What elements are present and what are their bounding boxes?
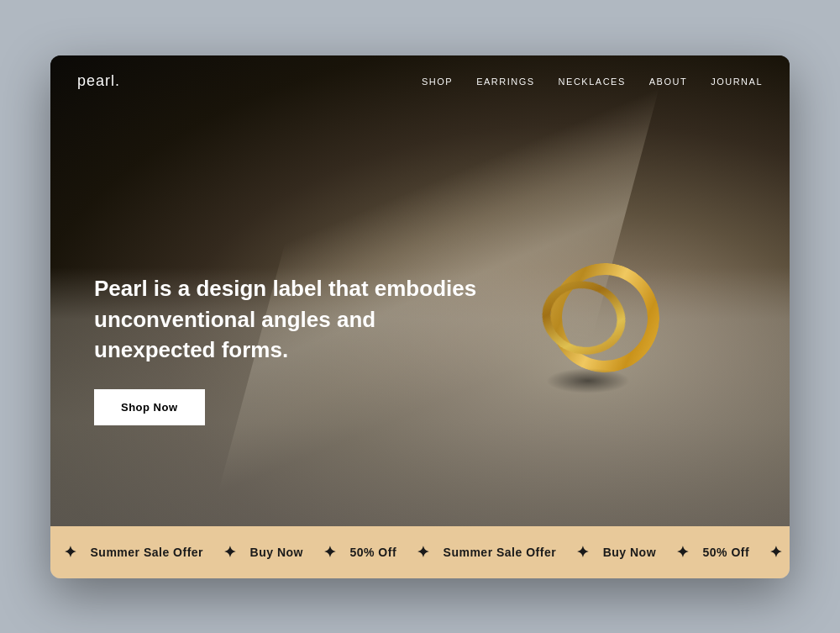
nav-item-necklaces[interactable]: NECKLACES [559,73,626,88]
ticker-item-7: ✦ Summer Sale Offer [756,543,790,562]
nav-item-shop[interactable]: SHOP [422,73,453,88]
hero-content: Pearl is a design label that embodies un… [94,273,497,425]
jewelry-rings [538,251,672,385]
nav-item-journal[interactable]: JOURNAL [711,73,763,88]
ring-shadow [546,368,630,393]
nav-link-about[interactable]: ABOUT [649,76,687,87]
ticker-item-5: ✦ Buy Now [563,543,656,562]
ticker-dot: ✦ [417,543,430,562]
hero-headline: Pearl is a design label that embodies un… [94,273,497,365]
nav-links: SHOP EARRINGS NECKLACES ABOUT JOURNAL [422,73,763,88]
ticker-banner: ✦ Summer Sale Offer ✦ Buy Now ✦ 50% Off … [50,526,790,578]
navigation: pearl. SHOP EARRINGS NECKLACES ABOUT JOU… [50,55,790,107]
nav-link-shop[interactable]: SHOP [422,76,453,87]
nav-link-journal[interactable]: JOURNAL [711,76,763,87]
ticker-dot: ✦ [323,543,337,562]
ticker-label: Buy Now [250,546,303,559]
hero-section: pearl. SHOP EARRINGS NECKLACES ABOUT JOU… [50,55,790,526]
ticker-item-3: ✦ 50% Off [310,543,396,562]
ticker-dot: ✦ [64,543,77,562]
shop-now-button[interactable]: Shop Now [94,389,205,425]
ticker-dot: ✦ [769,543,783,562]
ticker-dot: ✦ [223,543,237,562]
ticker-item-6: ✦ 50% Off [663,543,749,562]
nav-link-earrings[interactable]: EARRINGS [476,76,534,87]
ticker-dot: ✦ [676,543,690,562]
ticker-label: Buy Now [603,546,656,559]
brand-logo[interactable]: pearl. [77,72,120,90]
ticker-label: 50% Off [349,546,396,559]
ticker-dot: ✦ [576,543,590,562]
nav-link-necklaces[interactable]: NECKLACES [559,76,626,87]
nav-item-about[interactable]: ABOUT [649,73,687,88]
ticker-item-4: ✦ Summer Sale Offer [403,543,556,562]
nav-item-earrings[interactable]: EARRINGS [476,73,534,88]
ticker-track: ✦ Summer Sale Offer ✦ Buy Now ✦ 50% Off … [50,543,790,562]
ticker-label: 50% Off [703,546,750,559]
browser-window: pearl. SHOP EARRINGS NECKLACES ABOUT JOU… [50,55,790,578]
ticker-item-2: ✦ Buy Now [210,543,303,562]
ticker-item-1: ✦ Summer Sale Offer [50,543,203,562]
ticker-label: Summer Sale Offer [91,546,204,559]
ticker-label: Summer Sale Offer [444,546,557,559]
